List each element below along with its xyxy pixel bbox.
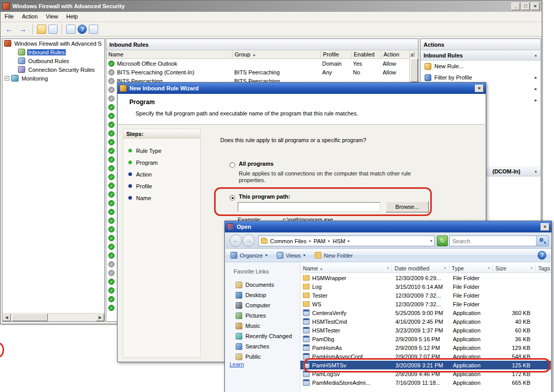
favorite-link[interactable]: Recently Changed [225, 331, 300, 341]
favorite-link[interactable]: Public [225, 351, 300, 362]
tree-expander-icon[interactable] [11, 58, 16, 63]
tree-expander-icon[interactable] [11, 67, 16, 72]
tree-horizontal-scrollbar[interactable]: ◀ ▶ [3, 313, 104, 321]
file-row[interactable]: CenteraVerify 5/25/2005 9:00 PM Applicat… [300, 308, 551, 317]
wizard-step[interactable]: Action [123, 168, 200, 180]
export-list-icon[interactable] [66, 25, 75, 34]
tree-root[interactable]: Windows Firewall with Advanced S [3, 39, 104, 48]
file-row[interactable]: PamDbg 2/9/2009 5:16 PM Application 36 K… [300, 335, 551, 343]
close-button[interactable]: × [541, 223, 549, 231]
learn-link[interactable]: Learn [230, 361, 244, 367]
column-header[interactable]: Group▲ [233, 50, 321, 58]
column-header[interactable]: Date modified ▾ [392, 264, 449, 272]
column-header[interactable]: Profile [321, 50, 352, 58]
tree-expander-icon[interactable] [11, 50, 16, 54]
favorite-link[interactable]: Desktop [225, 290, 300, 300]
back-button[interactable]: ← [230, 234, 242, 247]
favorite-link[interactable]: Computer [225, 300, 300, 310]
scroll-right-icon[interactable]: ▶ [96, 313, 104, 321]
favorite-link[interactable]: Music [225, 321, 300, 331]
refresh-button[interactable]: ↻ [437, 236, 448, 246]
file-row[interactable]: HSMWrapper 12/30/2009 6:29... File Folde… [300, 273, 551, 282]
column-header[interactable]: Name▲ ▾ [300, 264, 392, 272]
action-pane-icon[interactable] [89, 25, 98, 34]
search-input[interactable] [450, 238, 536, 244]
column-dropdown-icon[interactable]: ▾ [443, 266, 446, 270]
help-icon[interactable]: ? [78, 25, 87, 34]
column-dropdown-icon[interactable]: ▾ [386, 266, 389, 270]
file-row[interactable]: PamMediaStoreAdmi... 7/16/2009 11:18... … [300, 378, 551, 387]
wizard-titlebar[interactable]: New Inbound Rule Wizard × [118, 83, 486, 94]
tree-item[interactable]: Connection Security Rules [3, 65, 104, 74]
rule-row[interactable]: ✓BITS Peercaching (Content-In) BITS Peer… [106, 68, 409, 76]
breadcrumb-segment[interactable]: HSM▸ [333, 238, 352, 244]
maximize-button[interactable]: □ [521, 3, 530, 10]
action-item[interactable]: Filter by Profile ▸ [421, 72, 541, 83]
rule-row[interactable]: ✓Microsoft Office Outlook Domain Yes All… [106, 59, 409, 68]
command-bar-button[interactable]: Views ▾ [277, 252, 305, 259]
tree-item[interactable]: Outbound Rules [3, 56, 104, 65]
column-dropdown-icon[interactable]: ▾ [529, 266, 533, 270]
file-row[interactable]: PamHsmAsyncConf 2/9/2009 7:07 PM Applica… [300, 352, 551, 361]
file-row[interactable]: Log 3/15/2010 6:14 AM File Folder [300, 282, 551, 291]
column-dropdown-icon[interactable]: ▾ [486, 266, 490, 270]
main-titlebar[interactable]: Windows Firewall with Advanced Security … [1, 1, 542, 12]
tree-item[interactable]: + Monitoring [3, 74, 104, 83]
breadcrumb-segment[interactable]: PAM▸ [314, 238, 333, 244]
close-button[interactable]: × [475, 85, 484, 92]
command-bar-button[interactable]: Organize ▾ [231, 252, 268, 259]
column-header[interactable]: Tags ▾ [536, 264, 551, 272]
wizard-step[interactable]: Name [123, 192, 200, 204]
scroll-left-icon[interactable]: ◀ [3, 313, 11, 321]
menu-item[interactable]: Help [62, 12, 82, 22]
favorite-link[interactable]: Documents [225, 280, 300, 290]
favorite-link[interactable]: Pictures [225, 310, 300, 321]
help-icon[interactable]: ? [538, 251, 546, 260]
file-row[interactable]: HSMTester 3/23/2009 1:37 PM Application … [300, 326, 551, 335]
file-row[interactable]: PamHSMTSv 3/20/2009 3:21 PM Application … [300, 361, 551, 369]
forward-icon[interactable]: → [17, 25, 28, 33]
tree-expander-icon[interactable]: + [5, 76, 9, 81]
window-icon[interactable] [48, 25, 58, 34]
scrollbar-thumb[interactable] [410, 58, 418, 82]
scroll-up-icon[interactable]: ▲ [410, 52, 414, 56]
favorite-link[interactable]: Searches [225, 341, 300, 351]
file-row[interactable]: HSMTestCmd 4/16/2009 2:45 PM Application… [300, 317, 551, 326]
command-bar-button[interactable]: New Folder [315, 252, 355, 259]
file-row[interactable]: WS 12/30/2009 7:32... File Folder [300, 300, 551, 308]
column-header[interactable]: Name [106, 50, 233, 58]
wizard-step[interactable]: Profile [123, 180, 200, 192]
action-item[interactable]: New Rule... [421, 61, 541, 72]
menu-item[interactable]: View [42, 12, 62, 22]
file-row[interactable]: PamLogSv 2/9/2009 4:46 PM Application 17… [300, 369, 551, 378]
column-header[interactable]: Enabled [352, 50, 381, 58]
wizard-step[interactable]: Program [123, 156, 200, 168]
menu-item[interactable]: Action [18, 12, 42, 22]
breadcrumb[interactable]: Common Files▸ PAM▸ HSM▸ ▾ [258, 236, 435, 246]
file-row[interactable]: Tester 12/30/2009 7:32... File Folder [300, 291, 551, 300]
breadcrumb-segment[interactable]: Common Files▸ [270, 238, 314, 244]
collapse-icon[interactable]: ▲ [534, 169, 538, 173]
all-programs-radio[interactable] [230, 162, 235, 168]
open-titlebar[interactable]: Open × [225, 221, 551, 232]
back-icon[interactable]: ← [4, 25, 15, 33]
tree-item[interactable]: Inbound Rules [3, 48, 104, 56]
breadcrumb-dropdown-icon[interactable]: ▾ [430, 239, 432, 243]
this-program-path-radio[interactable] [230, 195, 235, 201]
column-header[interactable]: Size ▾ [493, 264, 536, 272]
wizard-step[interactable]: Rule Type [123, 145, 200, 156]
column-header[interactable]: Type ▾ [449, 264, 493, 272]
scrollbar-thumb[interactable] [12, 313, 48, 321]
file-row[interactable]: PamHsmAs 2/9/2009 5:12 PM Application 12… [300, 343, 551, 352]
close-button[interactable]: × [531, 3, 540, 10]
menu-item[interactable]: File [1, 12, 18, 22]
search-button[interactable] [536, 236, 548, 246]
forward-button[interactable]: → [242, 234, 255, 247]
actions-section-inbound-rules[interactable]: Inbound Rules ▲ [421, 50, 541, 61]
column-header[interactable]: Action [381, 50, 410, 58]
minimize-button[interactable]: _ [511, 3, 520, 10]
console-tree-icon[interactable] [37, 25, 46, 34]
program-path-input[interactable] [238, 202, 380, 212]
browse-button[interactable]: Browse... [386, 201, 429, 212]
collapse-icon[interactable]: ▲ [534, 53, 538, 57]
